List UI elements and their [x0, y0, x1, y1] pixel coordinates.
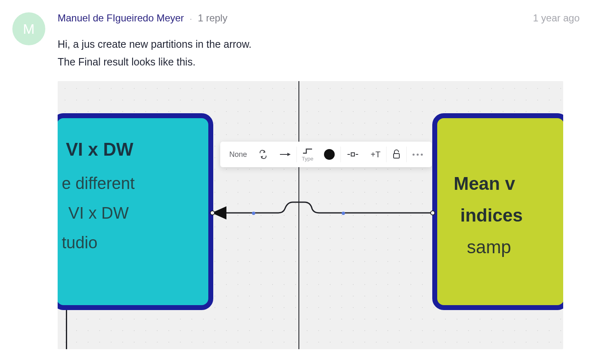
comment-line-1: Hi, a jus create new partitions in the a… — [58, 35, 580, 53]
toolbar-connector-type[interactable]: Type — [297, 142, 318, 167]
connector-handle-start[interactable] — [210, 210, 215, 215]
diagram-node-right[interactable]: Mean v indices samp — [432, 113, 563, 310]
comment-line-2: The Final result looks like this. — [58, 53, 580, 71]
comment-text: Hi, a jus create new partitions in the a… — [58, 35, 580, 70]
connector-waypoint[interactable] — [342, 212, 345, 215]
node-right-line3: samp — [437, 231, 563, 263]
separator-dot: · — [190, 14, 192, 23]
comment-header-left: Manuel de FIgueiredo Meyer · 1 reply — [58, 12, 227, 24]
svg-rect-3 — [351, 153, 354, 156]
toolbar-arrow-style-none[interactable]: None — [224, 142, 253, 167]
node-left-line3: VI x DW — [58, 198, 208, 228]
none-label: None — [229, 150, 247, 159]
connector-toolbar: None — [220, 142, 432, 167]
toolbar-add-text[interactable]: +T — [365, 142, 386, 167]
comment-body: Manuel de FIgueiredo Meyer · 1 reply 1 y… — [58, 12, 580, 349]
node-right-line2: indices — [437, 199, 563, 231]
toolbar-lock[interactable] — [387, 142, 406, 167]
more-icon — [413, 154, 423, 156]
toolbar-arrow-direction[interactable] — [273, 142, 296, 167]
line-waypoint-icon — [347, 151, 359, 158]
toolbar-line-style[interactable] — [341, 142, 365, 167]
node-left-title: VI x DW — [58, 131, 208, 168]
comment-container: M Manuel de FIgueiredo Meyer · 1 reply 1… — [0, 0, 592, 349]
svg-marker-1 — [287, 153, 291, 156]
unlock-icon — [392, 149, 401, 159]
avatar[interactable]: M — [12, 12, 45, 45]
connector-arrow[interactable] — [208, 196, 439, 229]
color-swatch-icon — [324, 149, 335, 160]
diagram-node-left[interactable]: VI x DW e different VI x DW tudio — [58, 113, 213, 310]
arrow-right-icon — [279, 152, 291, 157]
toolbar-color[interactable] — [318, 142, 340, 167]
toolbar-more[interactable] — [407, 142, 429, 167]
node-left-line4: tudio — [58, 228, 208, 257]
node-left-bottom-connector — [66, 310, 67, 349]
swap-icon — [259, 150, 268, 159]
attachment-canvas[interactable]: VI x DW e different VI x DW tudio Mean v… — [58, 81, 563, 349]
toolbar-swap-direction[interactable] — [253, 142, 273, 167]
svg-rect-5 — [394, 154, 399, 158]
add-text-label: +T — [371, 150, 380, 159]
connector-waypoint[interactable] — [252, 212, 255, 215]
elbow-connector-icon — [302, 147, 313, 155]
node-right-line1: Mean v — [437, 168, 563, 199]
connector-handle-end[interactable] — [430, 210, 435, 215]
comment-header: Manuel de FIgueiredo Meyer · 1 reply 1 y… — [58, 12, 580, 24]
type-sublabel: Type — [302, 156, 313, 162]
avatar-initial: M — [23, 21, 35, 37]
author-name[interactable]: Manuel de FIgueiredo Meyer — [58, 12, 184, 24]
node-left-line2: e different — [58, 168, 208, 198]
reply-count-link[interactable]: 1 reply — [198, 12, 227, 24]
comment-timestamp: 1 year ago — [533, 12, 580, 24]
